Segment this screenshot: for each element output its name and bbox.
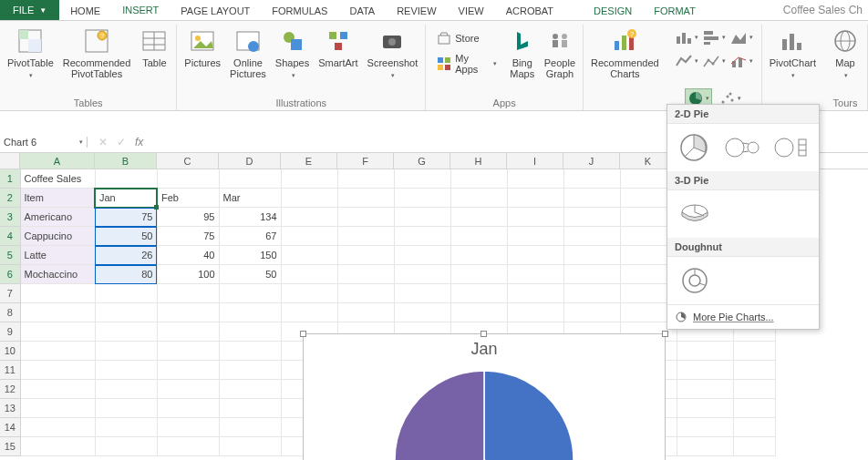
row-header-11[interactable]: 11 (0, 361, 20, 380)
cell-A15[interactable] (20, 437, 95, 456)
bar-chart-button[interactable]: ▾ (701, 26, 727, 48)
cell-D13[interactable] (219, 399, 281, 418)
tab-page-layout[interactable]: PAGE LAYOUT (170, 2, 261, 20)
cell-D5[interactable]: 150 (219, 246, 281, 265)
cell-D9[interactable] (219, 322, 281, 342)
people-graph-button[interactable]: PeopleGraph (544, 26, 575, 79)
cell-C15[interactable] (157, 437, 219, 456)
pie-slice-americano[interactable] (484, 371, 574, 460)
cell-C3[interactable]: 95 (157, 208, 219, 227)
enter-icon[interactable]: ✓ (117, 136, 126, 148)
cell-D8[interactable] (219, 303, 281, 322)
cell-F7[interactable] (337, 284, 394, 303)
cell-H6[interactable] (450, 265, 507, 284)
cell-C2[interactable]: Feb (157, 189, 219, 208)
smartart-button[interactable]: SmartArt (318, 26, 357, 79)
cell-N14[interactable] (733, 418, 775, 437)
cell-E1[interactable] (281, 169, 337, 189)
file-tab[interactable]: FILE ▼ (0, 0, 59, 20)
cell-B3[interactable]: 75 (95, 208, 157, 227)
cell-F3[interactable] (337, 208, 394, 227)
cell-G2[interactable] (394, 189, 450, 208)
cell-B13[interactable] (95, 399, 157, 418)
cell-J5[interactable] (563, 246, 620, 265)
cell-G1[interactable] (394, 169, 450, 189)
cell-H2[interactable] (450, 189, 507, 208)
cell-D10[interactable] (219, 342, 281, 361)
cell-H7[interactable] (450, 284, 507, 303)
tab-formulas[interactable]: FORMULAS (261, 2, 338, 20)
cell-G4[interactable] (394, 227, 450, 246)
row-header-4[interactable]: 4 (0, 227, 20, 246)
cell-C9[interactable] (157, 322, 219, 342)
cell-H4[interactable] (450, 227, 507, 246)
cell-J7[interactable] (563, 284, 620, 303)
cell-L13[interactable] (677, 399, 733, 418)
cell-I6[interactable] (507, 265, 563, 284)
myapps-button[interactable]: My Apps▾ (433, 51, 501, 77)
row-header-7[interactable]: 7 (0, 284, 20, 303)
cell-F2[interactable] (337, 189, 394, 208)
select-all-corner[interactable] (0, 153, 20, 169)
cell-A10[interactable] (20, 342, 95, 361)
cell-E8[interactable] (281, 303, 337, 322)
cell-B7[interactable] (95, 284, 157, 303)
cell-L14[interactable] (677, 418, 733, 437)
cell-A1[interactable]: Coffee Sales (20, 169, 95, 189)
online-pictures-button[interactable]: OnlinePictures (230, 26, 266, 79)
row-header-2[interactable]: 2 (0, 189, 20, 208)
cell-C10[interactable] (157, 342, 219, 361)
cell-E6[interactable] (281, 265, 337, 284)
cell-D6[interactable]: 50 (219, 265, 281, 284)
cell-C5[interactable]: 40 (157, 246, 219, 265)
cell-C4[interactable]: 75 (157, 227, 219, 246)
cell-G5[interactable] (394, 246, 450, 265)
column-header-D[interactable]: D (219, 153, 281, 169)
more-pie-charts[interactable]: More Pie Charts... (667, 304, 819, 329)
row-header-15[interactable]: 15 (0, 437, 20, 456)
cell-C12[interactable] (157, 380, 219, 399)
pie-2d-option[interactable] (677, 131, 711, 164)
bar-of-pie-option[interactable] (773, 131, 810, 164)
resize-handle[interactable] (300, 331, 306, 337)
cell-A12[interactable] (20, 380, 95, 399)
cell-J2[interactable] (563, 189, 620, 208)
pie-of-pie-option[interactable] (724, 131, 760, 164)
cell-F1[interactable] (337, 169, 394, 189)
tab-review[interactable]: REVIEW (386, 2, 447, 20)
map-button[interactable]: Map▾ (831, 26, 860, 81)
cell-D11[interactable] (219, 361, 281, 380)
cell-C1[interactable] (157, 169, 219, 189)
cell-F8[interactable] (337, 303, 394, 322)
cell-L15[interactable] (677, 437, 733, 456)
column-header-J[interactable]: J (563, 153, 620, 169)
recommended-pivot-button[interactable]: ? RecommendedPivotTables (63, 26, 131, 79)
pie-3d-option[interactable] (677, 198, 713, 230)
pie-slice-mochaccino[interactable] (395, 371, 484, 460)
cell-D7[interactable] (219, 284, 281, 303)
cell-E7[interactable] (281, 284, 337, 303)
cell-E5[interactable] (281, 246, 337, 265)
combo-chart-button[interactable]: ▾ (728, 50, 754, 72)
cell-B1[interactable] (95, 169, 157, 189)
resize-handle[interactable] (662, 331, 668, 337)
store-button[interactable]: Store (433, 29, 501, 47)
cell-E3[interactable] (281, 208, 337, 227)
cell-I8[interactable] (507, 303, 563, 322)
cell-I3[interactable] (507, 208, 563, 227)
column-header-G[interactable]: G (394, 153, 450, 169)
bing-maps-button[interactable]: BingMaps (508, 26, 537, 79)
cell-B14[interactable] (95, 418, 157, 437)
tab-insert[interactable]: INSERT (111, 1, 170, 20)
cell-B2[interactable]: Jan (95, 189, 157, 208)
row-header-3[interactable]: 3 (0, 208, 20, 227)
cell-F6[interactable] (337, 265, 394, 284)
embedded-chart[interactable]: Jan AmericanoCappucinoLatteMochaccino (303, 333, 666, 460)
cancel-icon[interactable]: ✕ (98, 136, 108, 148)
column-header-H[interactable]: H (450, 153, 507, 169)
column-header-F[interactable]: F (337, 153, 394, 169)
pivotchart-button[interactable]: PivotChart▾ (770, 26, 816, 81)
cell-G3[interactable] (394, 208, 450, 227)
cell-G6[interactable] (394, 265, 450, 284)
tab-acrobat[interactable]: ACROBAT (495, 2, 564, 20)
